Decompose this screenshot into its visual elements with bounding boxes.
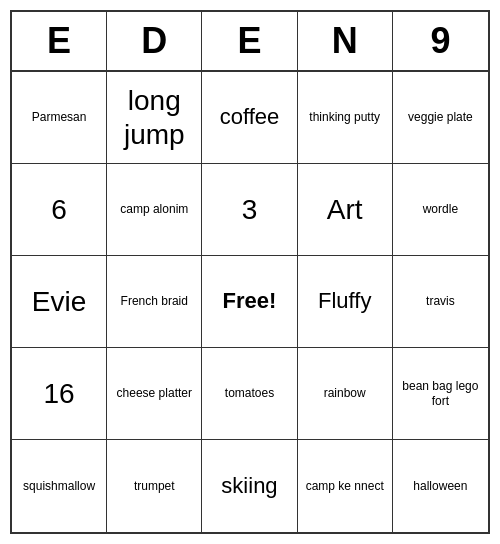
cell-2-1[interactable]: French braid — [107, 256, 202, 348]
cell-3-1[interactable]: cheese platter — [107, 348, 202, 440]
header-cell-1: D — [107, 12, 202, 70]
cell-4-1[interactable]: trumpet — [107, 440, 202, 532]
header-cell-4: 9 — [393, 12, 488, 70]
cell-2-0[interactable]: Evie — [12, 256, 107, 348]
cell-2-3[interactable]: Fluffy — [298, 256, 393, 348]
cell-4-3[interactable]: camp ke nnect — [298, 440, 393, 532]
bingo-grid: Parmesanlong jumpcoffeethinking puttyveg… — [12, 72, 488, 532]
cell-1-4[interactable]: wordle — [393, 164, 488, 256]
cell-0-0[interactable]: Parmesan — [12, 72, 107, 164]
bingo-header: EDEN9 — [12, 12, 488, 72]
cell-1-1[interactable]: camp alonim — [107, 164, 202, 256]
cell-2-4[interactable]: travis — [393, 256, 488, 348]
cell-1-2[interactable]: 3 — [202, 164, 297, 256]
cell-1-3[interactable]: Art — [298, 164, 393, 256]
cell-0-3[interactable]: thinking putty — [298, 72, 393, 164]
cell-4-4[interactable]: halloween — [393, 440, 488, 532]
cell-0-1[interactable]: long jump — [107, 72, 202, 164]
cell-3-2[interactable]: tomatoes — [202, 348, 297, 440]
header-cell-3: N — [298, 12, 393, 70]
cell-4-2[interactable]: skiing — [202, 440, 297, 532]
cell-3-4[interactable]: bean bag lego fort — [393, 348, 488, 440]
cell-0-2[interactable]: coffee — [202, 72, 297, 164]
cell-1-0[interactable]: 6 — [12, 164, 107, 256]
bingo-card: EDEN9 Parmesanlong jumpcoffeethinking pu… — [10, 10, 490, 534]
header-cell-2: E — [202, 12, 297, 70]
cell-0-4[interactable]: veggie plate — [393, 72, 488, 164]
cell-4-0[interactable]: squishmallow — [12, 440, 107, 532]
header-cell-0: E — [12, 12, 107, 70]
cell-3-3[interactable]: rainbow — [298, 348, 393, 440]
cell-2-2[interactable]: Free! — [202, 256, 297, 348]
cell-3-0[interactable]: 16 — [12, 348, 107, 440]
